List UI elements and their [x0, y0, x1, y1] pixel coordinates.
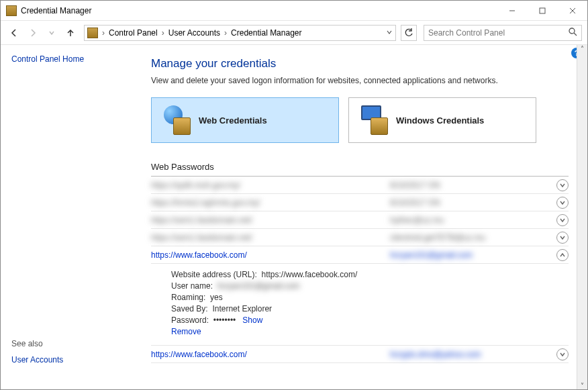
recent-dropdown[interactable] [44, 25, 60, 41]
svg-point-4 [569, 28, 575, 34]
sidebar: Control Panel Home See also User Account… [1, 45, 140, 389]
close-button[interactable] [557, 1, 587, 20]
back-button[interactable] [6, 25, 22, 41]
credential-row[interactable]: https://sem1.fastdomain.net/ hythec@uz.m… [151, 211, 569, 229]
credential-row[interactable]: https://hrmis2.eghrmis.gov.my/ 8/10/2017… [151, 194, 569, 211]
tab-web-label: Web Credentials [199, 115, 267, 126]
credential-details: Website address (URL): https://www.faceb… [151, 264, 569, 346]
breadcrumb-user-accounts[interactable]: User Accounts [166, 28, 223, 38]
credential-tabs: Web Credentials Windows Credentials [151, 97, 569, 143]
svg-rect-1 [540, 8, 545, 13]
credential-row[interactable]: https://sem1.fastdomain.net/ clientmid.g… [151, 229, 569, 246]
chevron-right-icon: › [101, 28, 106, 38]
window-title: Credential Manager [21, 6, 91, 15]
see-also-label: See also [11, 339, 130, 348]
credential-row-expanded[interactable]: https://www.facebook.com/ hcryan101@gmai… [151, 246, 569, 264]
tab-web-credentials[interactable]: Web Credentials [151, 97, 339, 143]
main-content: ? Manage your credentials View and delet… [140, 45, 587, 389]
tab-windows-credentials[interactable]: Windows Credentials [348, 97, 536, 143]
navbar: › Control Panel › User Accounts › Creden… [1, 21, 587, 45]
app-icon [6, 5, 17, 16]
expand-icon[interactable] [556, 179, 569, 191]
credential-modified: 8/10/2017 ON [390, 198, 552, 207]
control-panel-icon [87, 28, 98, 38]
credential-modified: hcrypts.dms@yahoo.com [390, 350, 552, 359]
titlebar: Credential Manager [1, 1, 587, 21]
detail-user-label: User name: [171, 281, 213, 291]
body: Control Panel Home See also User Account… [1, 45, 587, 389]
expand-icon[interactable] [556, 348, 569, 360]
address-bar[interactable]: › Control Panel › User Accounts › Creden… [84, 25, 396, 41]
breadcrumb-credential-manager[interactable]: Credential Manager [228, 28, 304, 38]
credential-modified: clientmid.get7ETB@uz.mu [390, 233, 552, 242]
remove-link[interactable]: Remove [171, 327, 201, 336]
credential-site: https://sem1.fastdomain.net/ [151, 233, 390, 242]
search-icon [569, 28, 577, 38]
detail-roaming-value: yes [210, 293, 223, 302]
search-placeholder: Search Control Panel [428, 28, 505, 38]
credential-modified: hythec@uz.mu [390, 215, 552, 225]
section-title: Web Passwords [151, 162, 569, 172]
page-subtitle: View and delete your saved logon informa… [151, 76, 569, 85]
maximize-button[interactable] [527, 1, 557, 20]
chevron-right-icon: › [160, 28, 166, 38]
detail-savedby-value: Internet Explorer [212, 304, 272, 313]
scroll-up-icon[interactable]: ˄ [581, 45, 584, 52]
credential-site: https://www.facebook.com/ [151, 250, 390, 260]
minimize-button[interactable] [497, 1, 527, 20]
chevron-right-icon: › [223, 28, 228, 38]
control-panel-home-link[interactable]: Control Panel Home [11, 54, 130, 64]
expand-icon[interactable] [556, 232, 569, 244]
detail-roaming-label: Roaming: [171, 293, 205, 302]
expand-icon[interactable] [556, 214, 569, 226]
refresh-button[interactable] [401, 25, 417, 41]
web-credentials-icon [161, 105, 191, 135]
credential-row[interactable]: https://spdh.moh.gov.my/ 8/10/2017 ON [151, 177, 569, 194]
windows-credentials-icon [358, 105, 388, 135]
show-password-link[interactable]: Show [242, 315, 262, 325]
svg-line-5 [574, 33, 577, 36]
collapse-icon[interactable] [556, 249, 569, 261]
forward-button[interactable] [25, 25, 41, 41]
search-input[interactable]: Search Control Panel [424, 25, 582, 41]
window: Credential Manager › Control Panel › [0, 0, 588, 390]
detail-savedby-label: Saved By: [171, 304, 208, 313]
detail-url-value: https://www.facebook.com/ [262, 270, 358, 279]
credential-modified: hcryan101@gmail.com [390, 250, 552, 260]
credential-site: https://sem1.fastdomain.net/ [151, 215, 390, 225]
credential-site: https://spdh.moh.gov.my/ [151, 181, 390, 190]
detail-password-label: Password: [171, 315, 209, 325]
credential-row[interactable]: https://www.facebook.com/ hcrypts.dms@ya… [151, 346, 569, 363]
scroll-down-icon[interactable]: ˅ [581, 382, 584, 389]
up-button[interactable] [62, 25, 79, 41]
breadcrumb-control-panel[interactable]: Control Panel [106, 28, 160, 38]
credential-modified: 8/10/2017 ON [390, 181, 552, 190]
credential-site: https://hrmis2.eghrmis.gov.my/ [151, 198, 390, 207]
address-dropdown-icon[interactable] [386, 28, 393, 38]
tab-windows-label: Windows Credentials [396, 115, 484, 126]
detail-user-value: hcryan101@gmail.com [217, 281, 300, 291]
user-accounts-link[interactable]: User Accounts [11, 355, 130, 364]
scrollbar[interactable]: ˄ ˅ [577, 45, 587, 389]
page-title: Manage your credentials [151, 57, 569, 70]
detail-url-label: Website address (URL): [171, 270, 257, 279]
credential-site: https://www.facebook.com/ [151, 350, 390, 359]
expand-icon[interactable] [556, 197, 569, 209]
detail-password-mask: •••••••• [213, 315, 236, 325]
